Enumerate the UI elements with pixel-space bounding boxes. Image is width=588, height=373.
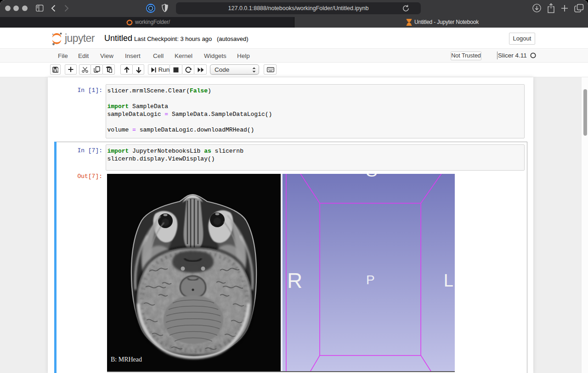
svg-text:L: L [443,271,453,290]
svg-text:P: P [366,273,375,287]
svg-text:B: MRHead: B: MRHead [111,356,142,363]
svg-text:S: S [366,174,377,180]
svg-text:R: R [287,269,302,293]
